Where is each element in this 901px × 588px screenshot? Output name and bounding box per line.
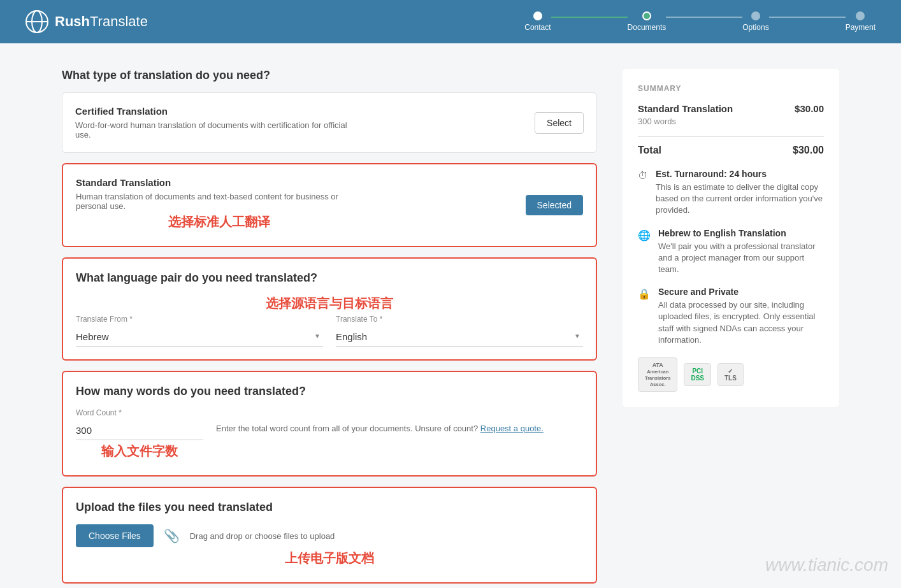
translate-to-group: Translate To * English <box>336 315 583 347</box>
upload-hint: Drag and drop or choose files to upload <box>190 531 335 541</box>
step-contact-dot <box>533 11 542 20</box>
language-icon: 🌐 <box>638 229 651 241</box>
summary-title: SUMMARY <box>638 84 824 93</box>
summary-total-row: Total $30.00 <box>638 145 824 156</box>
upload-question: Upload the files you need translated <box>76 501 583 514</box>
certified-translation-card: Certified Translation Word-for-word huma… <box>62 92 597 153</box>
turnaround-content: Est. Turnaround: 24 hours This is an est… <box>656 169 824 217</box>
word-count-label: Word Count * <box>76 408 203 417</box>
translate-to-label: Translate To * <box>336 315 583 324</box>
progress-bar: Contact Documents Options Payment <box>524 11 876 32</box>
turnaround-title: Est. Turnaround: 24 hours <box>656 169 824 179</box>
summary-divider <box>638 136 824 137</box>
step-line-2 <box>666 17 742 18</box>
secure-title: Secure and Private <box>658 287 824 297</box>
logo-icon <box>25 10 48 33</box>
word-count-input-group: Word Count * 输入文件字数 <box>76 408 203 463</box>
step-documents-dot <box>642 11 651 20</box>
translate-to-wrapper[interactable]: English <box>336 327 583 347</box>
secure-icon: 🔒 <box>638 288 651 300</box>
step-payment: Payment <box>846 11 876 32</box>
info-turnaround: ⏱ Est. Turnaround: 24 hours This is an e… <box>638 169 824 217</box>
upload-section: Upload the files you need translated Cho… <box>62 487 597 584</box>
standard-card-desc: Human translation of documents and text-… <box>76 192 363 211</box>
language-annotation: 选择源语言与目标语言 <box>76 295 583 312</box>
translate-from-label: Translate From * <box>76 315 323 324</box>
word-count-question: How many words do you need translated? <box>76 385 583 398</box>
right-panel: SUMMARY Standard Translation $30.00 300 … <box>623 69 839 588</box>
certified-card-desc: Word-for-word human translation of docum… <box>75 120 362 140</box>
standard-translation-card: Standard Translation Human translation o… <box>62 163 597 247</box>
ata-badge: ATAAmericanTranslatorsAssoc. <box>638 357 677 392</box>
translate-from-wrapper[interactable]: Hebrew <box>76 327 323 347</box>
language-pair-question: What language pair do you need translate… <box>76 271 583 285</box>
summary-total-label: Total <box>638 145 661 156</box>
word-count-row: Word Count * 输入文件字数 Enter the total word… <box>76 408 583 463</box>
secure-text: All data processed by our site, includin… <box>658 299 824 346</box>
step-documents-label: Documents <box>628 23 667 32</box>
pci-badge: PCIDSS <box>684 363 711 386</box>
language-pair-section: What language pair do you need translate… <box>62 257 597 361</box>
summary-total-price: $30.00 <box>793 145 824 156</box>
main-container: What type of translation do you need? Ce… <box>36 43 865 588</box>
translate-from-group: Translate From * Hebrew <box>76 315 323 347</box>
language-text: We'll pair you with a professional trans… <box>658 241 824 276</box>
turnaround-icon: ⏱ <box>638 170 648 182</box>
translation-type-question: What type of translation do you need? <box>62 69 597 82</box>
summary-item-name: Standard Translation <box>638 103 733 114</box>
step-payment-dot <box>856 11 865 20</box>
upload-annotation: 上传电子版文档 <box>76 550 583 567</box>
word-count-input[interactable] <box>76 421 203 440</box>
word-count-annotation: 输入文件字数 <box>76 443 203 460</box>
standard-card-title: Standard Translation <box>76 177 363 188</box>
language-row: Translate From * Hebrew Translate To * E… <box>76 315 583 347</box>
translate-to-select[interactable]: English <box>336 327 583 347</box>
step-line-3 <box>769 17 846 18</box>
step-options: Options <box>742 11 768 32</box>
summary-item-price: $30.00 <box>795 103 824 114</box>
step-payment-label: Payment <box>846 23 876 32</box>
header: RushTranslate Contact Documents Options … <box>0 0 901 43</box>
trust-badges: ATAAmericanTranslatorsAssoc. PCIDSS ✓TLS <box>638 357 824 392</box>
upload-row: Choose Files 📎 Drag and drop or choose f… <box>76 524 583 547</box>
summary-item-row: Standard Translation $30.00 <box>638 103 824 114</box>
standard-card-content: Standard Translation Human translation o… <box>76 177 363 233</box>
summary-item-sub: 300 words <box>638 117 824 126</box>
step-documents: Documents <box>628 11 667 32</box>
certified-card-title: Certified Translation <box>75 106 362 117</box>
translate-from-select[interactable]: Hebrew <box>76 327 323 347</box>
standard-selected-button[interactable]: Selected <box>526 195 583 215</box>
word-count-hint: Enter the total word count from all of y… <box>216 408 583 433</box>
language-content: Hebrew to English Translation We'll pair… <box>658 228 824 276</box>
turnaround-text: This is an estimate to deliver the digit… <box>656 182 824 217</box>
step-options-label: Options <box>742 23 768 32</box>
language-title: Hebrew to English Translation <box>658 228 824 238</box>
word-count-section: How many words do you need translated? W… <box>62 371 597 477</box>
certified-card-content: Certified Translation Word-for-word huma… <box>75 106 362 140</box>
info-language: 🌐 Hebrew to English Translation We'll pa… <box>638 228 824 276</box>
certified-select-button[interactable]: Select <box>535 112 584 134</box>
left-panel: What type of translation do you need? Ce… <box>62 69 597 588</box>
logo-text: RushTranslate <box>55 13 148 30</box>
standard-annotation: 选择标准人工翻译 <box>76 213 363 231</box>
request-quote-link[interactable]: Request a quote. <box>480 424 544 433</box>
step-options-dot <box>751 11 760 20</box>
step-contact-label: Contact <box>524 23 551 32</box>
step-line-1 <box>551 17 628 18</box>
tls-badge: ✓TLS <box>717 363 744 386</box>
logo: RushTranslate <box>25 10 148 33</box>
upload-icon: 📎 <box>164 528 180 543</box>
summary-box: SUMMARY Standard Translation $30.00 300 … <box>623 69 839 407</box>
step-contact: Contact <box>524 11 551 32</box>
info-secure: 🔒 Secure and Private All data processed … <box>638 287 824 346</box>
secure-content: Secure and Private All data processed by… <box>658 287 824 346</box>
choose-files-button[interactable]: Choose Files <box>76 524 154 547</box>
